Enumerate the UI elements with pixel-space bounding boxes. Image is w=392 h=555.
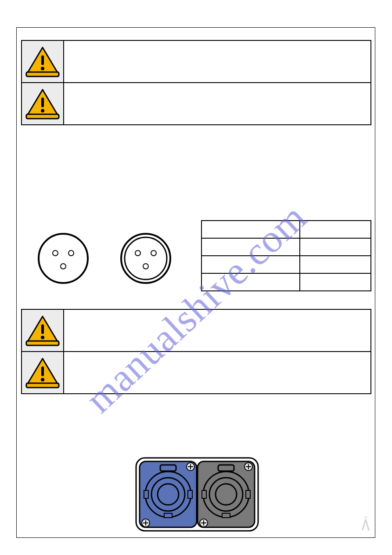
svg-point-7 (41, 109, 44, 112)
pin-cell (201, 221, 300, 238)
svg-point-13 (125, 237, 167, 279)
svg-rect-43 (202, 490, 206, 498)
table-row (201, 238, 371, 256)
svg-rect-1 (26, 72, 59, 76)
table-row (201, 256, 371, 273)
svg-point-16 (143, 264, 148, 269)
pin-cell (201, 238, 300, 256)
document-page: manualshive.com (16, 27, 375, 538)
svg-point-10 (68, 250, 74, 256)
xlr-connectors (36, 231, 173, 287)
svg-point-12 (121, 234, 170, 283)
table-row (22, 40, 371, 83)
pin-cell (300, 238, 371, 256)
svg-rect-40 (218, 465, 234, 471)
svg-point-8 (39, 234, 88, 283)
table-row (22, 83, 371, 125)
warning-triangle-icon (22, 315, 63, 346)
svg-point-14 (135, 250, 140, 256)
svg-rect-30 (160, 465, 176, 471)
warning-block-1 (21, 40, 371, 125)
svg-rect-19 (41, 324, 44, 334)
table-row (201, 221, 371, 238)
svg-rect-35 (164, 513, 172, 518)
svg-rect-5 (26, 114, 59, 119)
svg-rect-6 (41, 98, 44, 107)
warning-text (64, 40, 371, 83)
pin-cell (201, 273, 300, 291)
svg-rect-44 (246, 490, 250, 498)
pin-cell (300, 256, 371, 273)
svg-rect-2 (41, 55, 44, 65)
warning-text (64, 83, 371, 125)
svg-rect-23 (41, 366, 44, 376)
pin-cell (300, 221, 371, 238)
svg-rect-18 (26, 341, 59, 345)
svg-point-15 (151, 250, 156, 256)
pin-table (201, 220, 371, 291)
warning-triangle-icon (22, 46, 63, 77)
warning-text (64, 352, 371, 394)
svg-point-24 (41, 378, 44, 381)
warning-text (64, 309, 371, 352)
table-row (22, 309, 371, 352)
svg-rect-33 (144, 490, 148, 498)
svg-rect-22 (26, 383, 59, 388)
warning-icon-cell (22, 40, 64, 83)
xlr-female-icon (119, 231, 173, 287)
svg-point-3 (41, 67, 44, 70)
warning-icon-cell (22, 83, 64, 125)
powercon-connectors-icon (135, 457, 259, 533)
warning-triangle-icon (22, 88, 63, 120)
pin-cell (300, 273, 371, 291)
warning-icon-cell (22, 309, 64, 352)
svg-rect-34 (188, 490, 192, 498)
lambda-logo-icon (360, 515, 371, 535)
table-row (22, 352, 371, 394)
warning-icon-cell (22, 352, 64, 394)
pin-cell (201, 256, 300, 273)
svg-rect-45 (222, 513, 230, 518)
svg-point-20 (41, 336, 44, 339)
svg-point-9 (53, 250, 58, 256)
svg-point-11 (61, 264, 66, 269)
warning-block-2 (21, 309, 371, 394)
warning-triangle-icon (22, 357, 63, 388)
xlr-male-icon (36, 231, 90, 287)
table-row (201, 273, 371, 291)
